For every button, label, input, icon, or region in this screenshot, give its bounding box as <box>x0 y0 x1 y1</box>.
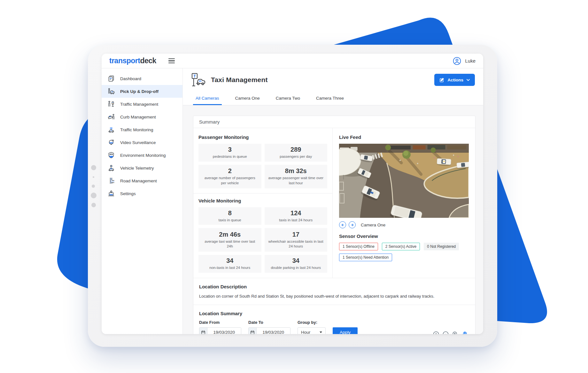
live-feed-column: Live Feed <box>333 128 475 278</box>
passenger-stats: 3pedestrians in queue 289passengers per … <box>198 144 327 188</box>
tab-camera-one[interactable]: Camera One <box>233 91 262 105</box>
traffic-monitoring-icon <box>107 126 115 133</box>
traffic-management-icon <box>107 100 115 108</box>
stat-passengers-per-day: 289passengers per day <box>265 144 328 162</box>
next-camera-button[interactable] <box>349 221 356 228</box>
tab-all-cameras[interactable]: All Cameras <box>193 91 222 105</box>
stat-label: average passenger wait time over last ho… <box>268 176 324 186</box>
stat-label: taxis in queue <box>202 218 258 223</box>
date-to-field: Date To <box>248 320 290 334</box>
group-by-label: Group by: <box>298 320 326 325</box>
sidebar-item-curb-management[interactable]: Curb Management <box>102 110 182 123</box>
location-description-text: Location on corner of South Rd and Stati… <box>199 293 452 300</box>
stat-value: 8m 32s <box>268 167 324 175</box>
user-menu[interactable]: Luke <box>453 57 476 65</box>
stat-value: 3 <box>202 146 258 153</box>
page-title: Taxi Management <box>211 76 268 84</box>
chip-sensors-not-registered: 0 Not Registered <box>424 243 459 250</box>
sidebar-item-pickup-dropoff[interactable]: Pick Up & Drop-off <box>102 85 182 98</box>
date-to-label: Date To <box>248 320 290 325</box>
sidebar-item-road-management[interactable]: Road Management <box>102 174 182 187</box>
calendar-icon[interactable] <box>199 328 207 334</box>
curb-management-icon <box>107 113 115 121</box>
current-camera-label: Camera One <box>361 223 385 227</box>
stat-label: average number of passengers per vehicle <box>202 176 258 186</box>
date-from-label: Date From <box>199 320 241 325</box>
sidebar-item-video-surveillance[interactable]: Video Surveillance <box>102 136 182 149</box>
pickup-dropoff-icon <box>107 88 115 95</box>
monitoring-column: Passenger Monitoring 3pedestrians in que… <box>193 128 333 278</box>
bezel-dot <box>91 165 96 170</box>
tab-camera-three[interactable]: Camera Three <box>313 91 346 105</box>
zoom-out-icon[interactable] <box>442 331 449 334</box>
bezel-dot <box>92 185 95 188</box>
live-feed-image <box>339 144 469 218</box>
tab-label: All Cameras <box>196 96 219 101</box>
sidebar-item-environment-monitoring[interactable]: Environment Monitoring <box>102 149 182 162</box>
stat-label: double parking in last 24 hours <box>268 265 324 270</box>
location-summary-section: Location Summary Date From <box>193 305 475 334</box>
logo-part1: transport <box>109 57 140 65</box>
location-description-section: Location Description Location on corner … <box>193 278 475 305</box>
live-feed-title: Live Feed <box>339 134 469 140</box>
tab-camera-two[interactable]: Camera Two <box>273 91 303 105</box>
summary-columns: Passenger Monitoring 3pedestrians in que… <box>193 128 475 278</box>
stat-value: 2m 46s <box>202 231 258 238</box>
camera-tabs: All Cameras Camera One Camera Two Camera… <box>183 91 483 105</box>
sidebar-item-settings[interactable]: Settings <box>102 187 182 200</box>
stat-taxis-24h: 124taxis in last 24 hours <box>265 207 328 225</box>
sidebar: Dashboard Pick Up & Drop-off Traffic Man… <box>102 68 183 334</box>
zoom-in-icon[interactable] <box>433 331 439 334</box>
video-surveillance-icon <box>107 139 115 146</box>
main-area: T Taxi Management Actions <box>183 68 483 334</box>
location-summary-form: Date From <box>199 320 468 334</box>
sensor-overview-title: Sensor Overview <box>339 233 469 239</box>
vehicle-monitoring-title: Vehicle Monitoring <box>198 198 327 203</box>
app-window: transportdeck Luke Dashboard <box>102 54 483 334</box>
actions-button[interactable]: Actions <box>434 74 475 86</box>
actions-label: Actions <box>447 78 463 82</box>
sidebar-item-label: Road Management <box>120 179 157 183</box>
user-name: Luke <box>465 58 476 64</box>
stat-value: 2 <box>202 167 258 175</box>
menu-icon[interactable] <box>168 58 175 63</box>
logo: transportdeck <box>109 57 156 65</box>
date-to-input[interactable] <box>257 328 290 334</box>
date-from-input[interactable] <box>207 328 241 334</box>
sidebar-item-vehicle-telemetry[interactable]: Vehicle Telemetry <box>102 162 182 174</box>
bezel-dot <box>93 176 94 178</box>
sidebar-item-label: Pick Up & Drop-off <box>120 89 159 94</box>
stat-label: passengers per day <box>268 154 324 159</box>
bezel-dot <box>91 203 96 207</box>
environment-monitoring-icon <box>107 151 115 159</box>
app-header: transportdeck Luke <box>102 54 483 68</box>
tab-label: Camera Three <box>316 96 344 101</box>
taxi-icon: T <box>191 72 206 87</box>
sidebar-item-label: Settings <box>120 191 136 196</box>
caret-down-icon <box>320 331 322 333</box>
vehicle-stats: 8taxis in queue 124taxis in last 24 hour… <box>198 207 327 273</box>
stat-wheelchair-taxis: 17wheelchair accessible taxis in last 24… <box>265 228 328 252</box>
sidebar-item-traffic-management[interactable]: Traffic Management <box>102 98 182 110</box>
pan-hand-icon[interactable] <box>461 331 468 334</box>
svg-text:T: T <box>193 74 196 79</box>
chart-toolbar <box>433 331 468 334</box>
stat-taxis-in-queue: 8taxis in queue <box>198 207 261 225</box>
stat-avg-passenger-wait: 8m 32saverage passenger wait time over l… <box>265 165 328 188</box>
sidebar-item-label: Curb Management <box>120 115 156 119</box>
apply-button[interactable]: Apply <box>333 327 358 334</box>
stat-value: 34 <box>268 257 324 264</box>
tablet-frame: transportdeck Luke Dashboard <box>88 45 497 347</box>
stat-label: non-taxis in last 24 hours <box>202 265 258 270</box>
tab-label: Camera Two <box>276 96 300 101</box>
previous-camera-button[interactable] <box>339 221 346 228</box>
sidebar-item-dashboard[interactable]: Dashboard <box>102 72 182 85</box>
group-by-select[interactable]: Hour <box>298 327 326 334</box>
date-from-field: Date From <box>199 320 241 334</box>
stat-avg-taxi-wait: 2m 46saverage taxi wait time over last 2… <box>198 228 261 252</box>
zoom-select-icon[interactable] <box>452 331 459 334</box>
sidebar-item-traffic-monitoring[interactable]: Traffic Monitoring <box>102 123 182 136</box>
stat-label: taxis in last 24 hours <box>268 218 324 223</box>
stat-non-taxis: 34non-taxis in last 24 hours <box>198 255 261 273</box>
calendar-icon[interactable] <box>249 328 257 334</box>
